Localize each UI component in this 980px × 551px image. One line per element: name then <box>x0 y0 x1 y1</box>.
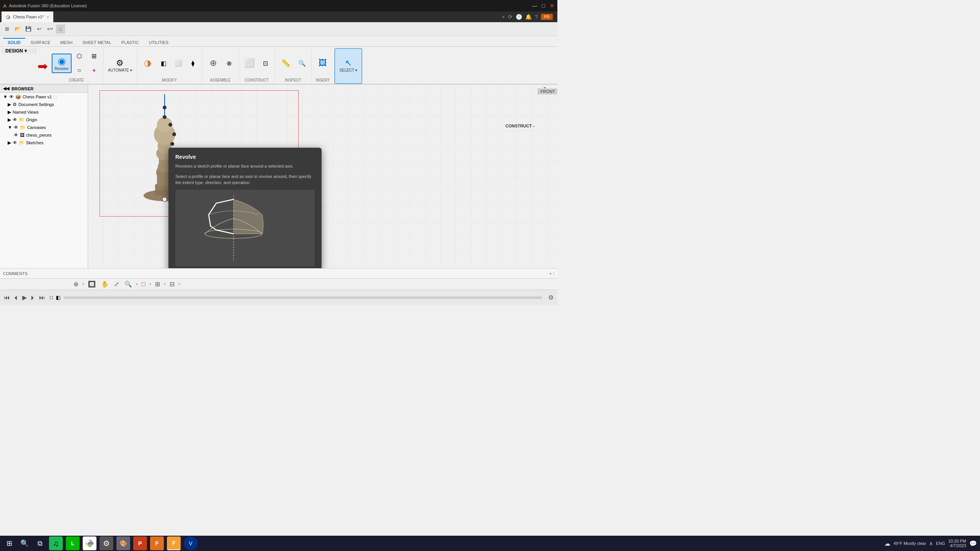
tab-utilities[interactable]: UTILITIES <box>144 38 173 46</box>
frame-icon-1[interactable]: □ <box>50 295 53 300</box>
eye-icon-2[interactable]: 👁 <box>13 117 17 122</box>
browser-item-origin[interactable]: ▶ 👁 📁 Origin <box>0 116 88 124</box>
gear-icon: ⚙ <box>13 102 17 107</box>
browser-item-chess-pawn[interactable]: ▼ 👁 📦 Chess Pawn v1 ⬚ <box>0 93 88 101</box>
pan-button[interactable]: ✋ <box>100 280 110 289</box>
orbit-dropdown[interactable]: ▾ <box>82 282 84 286</box>
grid-button[interactable]: ⊞ <box>154 280 162 289</box>
tab-surface[interactable]: SURFACE <box>26 38 55 46</box>
save-button[interactable]: 💾 <box>24 24 33 34</box>
browser-origin-label: Origin <box>26 117 37 122</box>
prev-frame-button[interactable]: ⏴ <box>13 294 19 301</box>
help-icon[interactable]: ? <box>535 14 538 20</box>
construct-axis-button[interactable]: ⊡ <box>259 56 273 70</box>
inspect-group-label: INSPECT <box>285 77 301 83</box>
sweep-button[interactable]: ○ <box>72 64 86 77</box>
pattern-button[interactable]: ⊞ <box>87 49 101 63</box>
form-button[interactable]: ✦ <box>87 64 101 77</box>
select-button[interactable]: ↖ SELECT ▾ <box>337 57 360 74</box>
grid-menu-button[interactable]: ⊞ <box>2 24 11 34</box>
view-options-dropdown[interactable]: ▾ <box>178 282 180 286</box>
tab-plastic[interactable]: PLASTIC <box>117 38 144 46</box>
display-dropdown[interactable]: ▾ <box>149 282 151 286</box>
browser-item-chess-pieces[interactable]: 👁 🖼 chess_pieces <box>0 131 88 139</box>
close-button[interactable]: ✕ <box>550 3 554 9</box>
open-button[interactable]: 📂 <box>13 24 22 34</box>
browser-item-doc-settings[interactable]: ▶ ⚙ Document Settings <box>0 101 88 108</box>
skip-end-button[interactable]: ⏭ <box>39 294 45 301</box>
eye-icon-4[interactable]: 👁 <box>14 132 18 138</box>
eye-icon-5[interactable]: 👁 <box>13 140 17 145</box>
next-frame-button[interactable]: ⏵ <box>30 294 36 301</box>
svg-point-13 <box>163 106 167 109</box>
comments-label: COMMENTS <box>3 271 28 276</box>
settings-button[interactable]: ⚙ <box>548 294 554 301</box>
add-comment-button[interactable]: + <box>549 271 552 276</box>
redo-dropdown-button[interactable]: ↩▾ <box>45 24 54 34</box>
tab-sheet-metal[interactable]: SHEET METAL <box>78 38 116 46</box>
tab-solid[interactable]: SOLID <box>3 38 25 46</box>
orbit-button[interactable]: ⊕ <box>72 280 80 289</box>
svg-point-16 <box>172 132 176 136</box>
zoom-dropdown[interactable]: ▾ <box>136 282 138 286</box>
grid-dropdown[interactable]: ▾ <box>164 282 166 286</box>
revolve-button[interactable]: ◉ Revolve <box>52 54 72 73</box>
automate-button[interactable]: ⚙ AUTOMATE ▾ <box>106 57 134 74</box>
undo-button[interactable]: ↩ <box>34 24 44 34</box>
profile-button[interactable]: PR <box>541 14 553 20</box>
browser-panel: ◀◀ BROWSER ▼ 👁 📦 Chess Pawn v1 ⬚ ▶ ⚙ Doc… <box>0 85 88 268</box>
frame-icon-2[interactable]: ◧ <box>56 295 60 300</box>
insert-image-button[interactable]: 🖼 <box>314 57 331 70</box>
chamfer-button[interactable]: ◧ <box>157 56 171 70</box>
browser-named-views-label: Named Views <box>13 110 39 114</box>
joint-button[interactable]: ⊗ <box>222 56 236 70</box>
create-group-label: CREATE <box>69 77 84 83</box>
shell-button[interactable]: ⬜ <box>172 56 185 70</box>
construct-plane-button[interactable]: ⬜ <box>241 57 258 70</box>
collapsed-icon: ▶ <box>8 102 11 107</box>
ribbon-group-select: ↖ SELECT ▾ <box>335 48 363 84</box>
close-tab-button[interactable]: ✕ <box>46 15 49 19</box>
construct-plane-icon: ⬜ <box>244 58 255 68</box>
zoom-button[interactable]: ⤢ <box>113 280 121 289</box>
browser-item-named-views[interactable]: ▶ Named Views <box>0 108 88 116</box>
inspect-display-button[interactable]: 🔍 <box>295 56 309 70</box>
fit-to-screen-button[interactable]: 🔍 <box>123 280 134 289</box>
title-bar: A Autodesk Fusion 360 (Education License… <box>0 0 557 11</box>
eye-icon[interactable]: 👁 <box>9 94 14 99</box>
home-button[interactable]: ⌂ <box>56 24 65 34</box>
active-tab[interactable]: 🎲 Chess Pawn v1* ✕ <box>2 11 54 22</box>
view-options-button[interactable]: ⊟ <box>168 280 176 289</box>
display-mode-button[interactable]: □ <box>140 280 147 289</box>
tab-mesh[interactable]: MESH <box>56 38 77 46</box>
create-small-buttons-2: ⊞ ✦ <box>87 49 101 77</box>
measure-button[interactable]: 📏 <box>278 57 294 69</box>
browser-item-sketches[interactable]: ▶ 👁 📁 Sketches <box>0 139 88 147</box>
timeline-track[interactable] <box>64 297 542 299</box>
maximize-button[interactable]: □ <box>542 3 545 9</box>
notifications-icon[interactable]: 🔔 <box>525 14 532 20</box>
construct-axis-icon: ⊡ <box>263 60 268 67</box>
minimize-button[interactable]: — <box>532 3 537 9</box>
extrude-icon: ⬡ <box>77 52 82 60</box>
fillet-button[interactable]: ◑ <box>139 57 156 70</box>
history-icon[interactable]: 🕐 <box>516 14 522 20</box>
viewport[interactable]: Revolve Revolves a sketch profile or pla… <box>88 85 557 268</box>
browser-item-label: Chess Pawn v1 <box>23 95 52 99</box>
refresh-icon[interactable]: ⟳ <box>508 14 513 20</box>
design-dropdown[interactable]: DESIGN ▾ <box>2 48 36 54</box>
automate-buttons: ⚙ AUTOMATE ▾ <box>106 49 134 82</box>
folder-icon-2: 📁 <box>19 117 24 122</box>
draft-button[interactable]: ⧫ <box>186 56 200 70</box>
eye-icon-3[interactable]: 👁 <box>14 125 18 130</box>
front-view-label: FRONT <box>538 88 557 95</box>
browser-collapse-icon[interactable]: ◀◀ <box>3 86 9 91</box>
assemble-icon: ⊕ <box>210 58 217 68</box>
extrude-button[interactable]: ⬡ <box>72 49 86 63</box>
add-tab-button[interactable]: + <box>502 14 505 20</box>
look-at-button[interactable]: 🔲 <box>87 280 97 289</box>
assemble-button[interactable]: ⊕ <box>205 57 222 70</box>
play-button[interactable]: ▶ <box>22 294 27 301</box>
skip-start-button[interactable]: ⏮ <box>4 294 10 301</box>
browser-item-canvases[interactable]: ▼ 👁 📁 Canvases <box>0 124 88 131</box>
